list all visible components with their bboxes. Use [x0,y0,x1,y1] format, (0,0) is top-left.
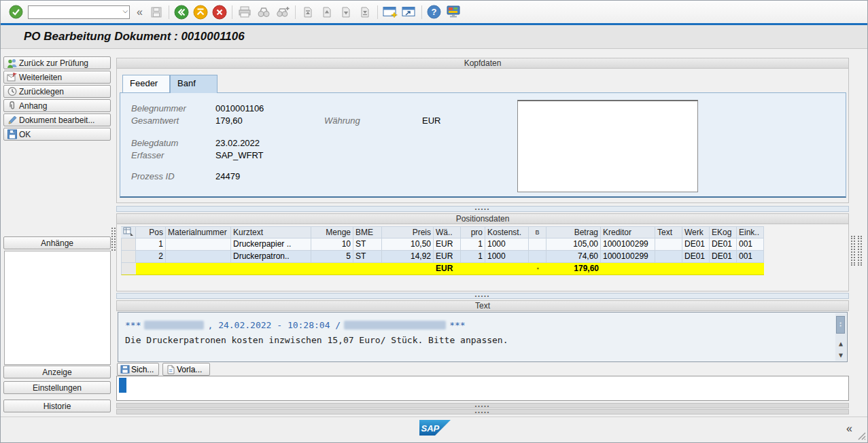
toolbar-separator [421,5,422,19]
gui-settings-icon[interactable] [445,3,462,21]
scroll-up-icon[interactable]: ▲ [836,339,846,349]
vorlage-button[interactable]: Vorla... [162,363,210,376]
cell-bme: ST [353,251,382,263]
total-currency: EUR [434,263,461,275]
scrollbar-thumb[interactable]: •• [836,316,845,334]
next-page-icon[interactable] [337,3,355,21]
sidebar-button-einstellungen[interactable]: Einstellungen [3,381,111,394]
attachments-list[interactable] [4,251,111,365]
redacted-name [344,321,446,330]
new-session-icon[interactable] [381,3,399,21]
button-label: Anhang [19,101,47,111]
collapse-toolbar-icon[interactable]: « [137,5,143,19]
tab-banf[interactable]: Banf [170,75,218,93]
panel-title: Kopfdaten [464,58,502,68]
back-icon[interactable] [173,3,190,21]
total-cell [710,263,737,275]
log-line-2: Die Druckerpatronen kosten inzwischen 15… [125,335,508,345]
panel-title: Positionsdaten [456,214,510,224]
sidebar-button-zurueck-zur-pruefung[interactable]: Zurück zur Prüfung [3,56,111,69]
save-icon[interactable] [147,3,165,21]
column-header-kurztext[interactable]: Kurztext [231,226,311,238]
sidebar-button-anzeige[interactable]: Anzeige [3,366,111,378]
sichern-button[interactable]: Sich... [117,363,159,376]
column-header-kostenstelle[interactable]: Kostenst. [485,226,529,238]
button-label: Vorla... [177,365,202,374]
save-floppy-icon [120,365,130,374]
sidebar-button-dokument-bearbeiten[interactable]: Dokument bearbeit... [3,113,111,126]
attachments-header[interactable]: Anhänge [3,236,111,249]
exit-icon[interactable] [192,3,209,21]
vertical-splitter-grip[interactable] [851,236,855,266]
total-cell [353,263,382,275]
text-scrollbar[interactable]: •• ▲ ▼ [835,313,846,361]
sap-window: ⌵ « [0,0,868,443]
text-editor-input[interactable] [116,376,849,401]
vertical-splitter-grip[interactable] [111,228,116,251]
cell-menge: 10 [311,238,353,251]
sidebar-button-historie[interactable]: Historie [3,400,111,412]
row-select-cell[interactable] [121,251,136,263]
table-row[interactable]: 1 Druckerpapier .. 10 ST 10,50 EUR 1 100… [121,238,764,251]
total-cell [485,263,529,275]
window-resize-grip[interactable] [856,431,866,443]
column-header-ekog[interactable]: EKog [710,226,737,238]
button-label: Zurück zur Prüfung [19,58,88,68]
table-layout-button[interactable] [121,226,136,238]
table-row[interactable]: 2 Druckerpatron.. 5 ST 14,92 EUR 1 1000 … [121,251,764,263]
cancel-icon[interactable] [211,3,228,21]
scroll-down-icon[interactable]: ▼ [836,351,846,360]
last-page-icon[interactable] [356,3,374,21]
column-header-waehrung[interactable]: Wä.. [434,226,461,238]
command-field[interactable]: ⌵ [28,5,130,19]
header-note-textarea[interactable] [517,100,698,192]
cell-werk: DE01 [682,238,710,251]
sidebar-button-zuruecklegen[interactable]: Zurücklegen [3,85,111,98]
horizontal-splitter[interactable]: ••••• [116,293,849,299]
sidebar-button-ok[interactable]: OK [3,128,111,141]
column-header-betrag[interactable]: Betrag [546,226,601,238]
first-page-icon[interactable] [299,3,317,21]
command-input[interactable] [28,5,130,19]
row-select-cell[interactable] [121,238,136,251]
column-header-preis[interactable]: Preis [382,226,434,238]
total-cell [682,263,710,275]
tab-feeder[interactable]: Feeder [122,75,170,93]
column-header-bme[interactable]: BME [353,226,382,238]
text-log-area[interactable]: ***, 24.02.2022 - 10:28:04 /*** Die Druc… [118,312,848,362]
column-header-eink[interactable]: Eink.. [737,226,764,238]
cell-kurztext: Druckerpapier .. [231,238,311,251]
column-header-b[interactable]: B [529,226,546,238]
print-icon[interactable] [236,3,254,21]
collapse-panel-icon[interactable]: « [846,423,852,435]
help-icon[interactable]: ? [426,3,443,21]
cell-pro: 1 [461,251,485,263]
find-icon[interactable] [255,3,273,21]
column-header-pro[interactable]: pro [461,226,485,238]
cell-b [529,238,546,251]
column-header-menge[interactable]: Menge [311,226,353,238]
tab-label: Feeder [130,78,158,88]
find-next-icon[interactable] [274,3,292,21]
column-header-pos[interactable]: Pos [136,226,166,238]
row-select-cell[interactable] [121,263,136,275]
column-header-kreditor[interactable]: Kreditor [601,226,655,238]
sidebar-button-anhang[interactable]: Anhang [3,99,111,112]
sidebar-button-weiterleiten[interactable]: Weiterleiten [3,71,111,84]
cell-eink: 001 [737,238,764,251]
column-header-text[interactable]: Text [655,226,682,238]
column-header-werk[interactable]: Werk [682,226,710,238]
previous-page-icon[interactable] [318,3,336,21]
vertical-splitter-grip[interactable] [858,236,862,266]
total-cell [166,263,231,275]
enter-icon[interactable] [7,3,24,21]
column-header-materialnummer[interactable]: Materialnummer [166,226,231,238]
log-timestamp: , 24.02.2022 - 10:28:04 / [207,320,341,330]
bottom-splitter[interactable]: ••••• [116,409,849,414]
horizontal-splitter[interactable]: ••••• [116,206,849,212]
shortcut-icon[interactable] [400,3,418,21]
cell-preis: 14,92 [382,251,434,263]
chevron-down-icon[interactable]: ⌵ [122,7,128,15]
bottom-splitter[interactable]: ••••• [116,403,849,408]
people-icon [6,58,18,68]
